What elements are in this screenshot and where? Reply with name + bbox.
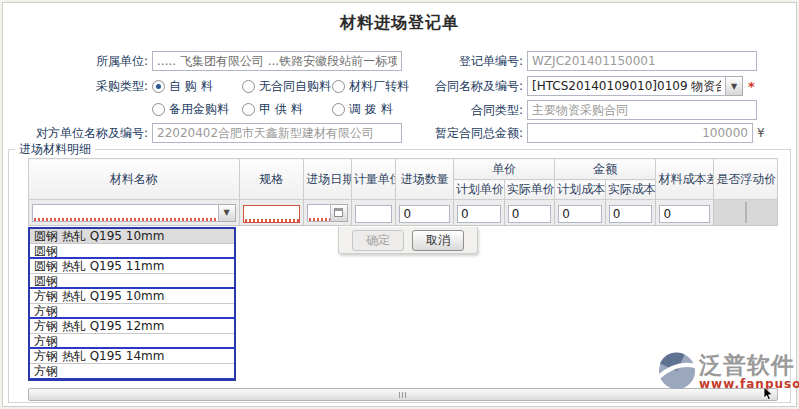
dropdown-item[interactable]: 圆钢 热轧 Q195 11mm 圆钢 xyxy=(30,259,234,289)
cost-diff-input[interactable] xyxy=(659,205,710,223)
purchase-type-label: 采购类型: xyxy=(10,76,148,96)
material-entry-registration-window: 材料进场登记单 所属单位: 采购类型: 自 购 料 无合同自购料 材料厂转料 备… xyxy=(0,0,799,409)
unit-input[interactable] xyxy=(355,205,393,223)
dropdown-item-category[interactable]: 圆钢 xyxy=(30,274,234,289)
col-header-planned-cost[interactable]: 计划成本 xyxy=(555,180,606,200)
actual-cost-input[interactable] xyxy=(609,205,653,223)
col-header-unit[interactable]: 计量单位 xyxy=(351,159,396,200)
radio-reserve-fund-purchase[interactable]: 备用金购料 xyxy=(152,101,229,117)
col-header-cost-diff[interactable]: 材料成本差 xyxy=(656,159,714,200)
fanpu-logo-icon xyxy=(658,352,696,390)
radio-self-purchase[interactable]: 自 购 料 xyxy=(152,78,213,94)
dropdown-item[interactable]: 方钢 热轧 Q195 12mm 方钢 xyxy=(30,319,234,349)
col-group-unit-price: 单价 xyxy=(454,159,555,180)
col-header-planned-unit-price[interactable]: 计划单价 xyxy=(454,180,505,200)
cancel-button[interactable]: 取消 xyxy=(412,230,464,251)
col-header-qty[interactable]: 进场数量 xyxy=(396,159,454,200)
dropdown-item-name[interactable]: 圆钢 热轧 Q195 10mm xyxy=(30,229,234,244)
register-no-label: 登记单编号: xyxy=(385,51,523,71)
owner-unit-label: 所属单位: xyxy=(10,51,148,71)
currency-symbol: ¥ xyxy=(757,126,765,140)
radio-owner-supplied[interactable]: 甲 供 料 xyxy=(242,101,303,117)
material-name-combobox[interactable]: ▼ xyxy=(32,204,236,222)
calendar-icon[interactable] xyxy=(331,204,348,222)
vendor-brand-text: 泛普软件 xyxy=(699,352,795,378)
radio-label: 无合同自购料 xyxy=(259,78,331,95)
counterparty-input[interactable] xyxy=(152,123,402,143)
dropdown-item-category[interactable]: 方钢 xyxy=(30,304,234,319)
col-header-actual-unit-price[interactable]: 实际单价 xyxy=(504,180,555,200)
radio-icon[interactable] xyxy=(242,103,255,116)
radio-label: 自 购 料 xyxy=(169,78,213,95)
radio-icon[interactable] xyxy=(242,80,255,93)
radio-icon[interactable] xyxy=(152,80,165,93)
planned-cost-input[interactable] xyxy=(558,205,602,223)
col-header-spec[interactable]: 规格 xyxy=(239,159,304,200)
radio-icon[interactable] xyxy=(152,103,165,116)
scrollbar-grip-icon[interactable] xyxy=(399,392,408,398)
chevron-down-icon[interactable]: ▼ xyxy=(726,76,743,96)
mouse-cursor-icon xyxy=(763,387,775,401)
dropdown-item[interactable]: 方钢 热轧 Q195 14mm 方钢 xyxy=(30,349,234,379)
col-header-actual-cost[interactable]: 实际成本 xyxy=(605,180,656,200)
row-editor: ▼ xyxy=(29,200,778,226)
confirm-button[interactable]: 确定 xyxy=(352,230,404,251)
entry-date-input[interactable] xyxy=(307,204,331,222)
vendor-url-text: www.fanpusoft.com xyxy=(699,378,799,391)
dropdown-item-category[interactable]: 方钢 xyxy=(30,334,234,349)
contract-total-label: 暂定合同总金额: xyxy=(385,123,523,143)
material-name-input[interactable] xyxy=(32,204,219,222)
required-asterisk: * xyxy=(748,79,755,94)
dropdown-item-name[interactable]: 方钢 热轧 Q195 10mm xyxy=(30,289,234,304)
counterparty-label: 对方单位名称及编号: xyxy=(10,123,148,143)
radio-label: 甲 供 料 xyxy=(259,101,303,118)
dropdown-item[interactable]: 圆钢 热轧 Q195 10mm 圆钢 xyxy=(30,229,234,259)
row-editor-button-bar: 确定 取消 xyxy=(338,227,478,254)
actual-unit-price-input[interactable] xyxy=(508,205,552,223)
chevron-down-icon[interactable]: ▼ xyxy=(219,204,236,222)
page-title: 材料进场登记单 xyxy=(0,13,799,34)
col-header-entry-date[interactable]: 进场日期 xyxy=(304,159,352,200)
material-dropdown-list: 圆钢 热轧 Q195 10mm 圆钢 圆钢 热轧 Q195 11mm 圆钢 方钢… xyxy=(28,227,236,381)
dropdown-item-name[interactable]: 方钢 热轧 Q195 12mm xyxy=(30,319,234,334)
col-header-floating-price[interactable]: 是否浮动价 xyxy=(714,159,778,200)
contract-total-input[interactable] xyxy=(527,123,753,143)
radio-allocated[interactable]: 调 拨 料 xyxy=(332,101,393,117)
dropdown-item-category[interactable]: 圆钢 xyxy=(30,244,234,259)
dropdown-item-name[interactable]: 方钢 热轧 Q195 14mm xyxy=(30,349,234,364)
contract-type-input[interactable] xyxy=(527,100,757,120)
entry-date-field[interactable] xyxy=(307,204,348,222)
spec-input[interactable] xyxy=(243,205,301,223)
dropdown-item-category[interactable]: 方钢 xyxy=(30,364,234,379)
contract-type-label: 合同类型: xyxy=(385,100,523,120)
owner-unit-input[interactable] xyxy=(152,51,402,71)
qty-input[interactable] xyxy=(399,205,450,223)
dropdown-item-name[interactable]: 圆钢 热轧 Q195 11mm xyxy=(30,259,234,274)
contract-name-input[interactable] xyxy=(527,76,726,96)
radio-icon[interactable] xyxy=(332,103,345,116)
group-title: 进场材料明细 xyxy=(15,141,95,158)
floating-price-checkbox[interactable] xyxy=(745,202,747,223)
col-group-amount: 金额 xyxy=(555,159,656,180)
planned-unit-price-input[interactable] xyxy=(457,205,501,223)
vendor-watermark: 泛普软件 www.fanpusoft.com xyxy=(658,352,799,391)
col-header-material-name[interactable]: 材料名称 xyxy=(29,159,240,200)
radio-icon[interactable] xyxy=(332,80,345,93)
material-detail-table: 材料名称 规格 进场日期 计量单位 进场数量 单价 金额 材料成本差 是否浮动价… xyxy=(28,158,778,226)
contract-name-label: 合同名称及编号: xyxy=(385,76,523,96)
radio-no-contract-purchase[interactable]: 无合同自购料 xyxy=(242,78,331,94)
dropdown-item[interactable]: 方钢 热轧 Q195 10mm 方钢 xyxy=(30,289,234,319)
register-no-input[interactable] xyxy=(527,51,757,71)
contract-name-combobox[interactable]: ▼ xyxy=(527,76,743,96)
radio-label: 备用金购料 xyxy=(169,101,229,118)
